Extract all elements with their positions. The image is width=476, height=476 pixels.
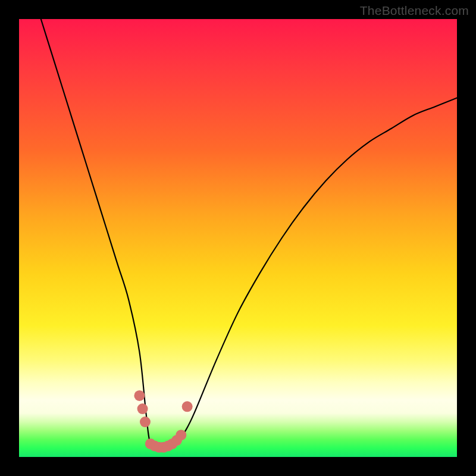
bottleneck-curve <box>41 19 457 449</box>
highlight-dot <box>140 416 151 427</box>
highlight-dot <box>176 430 186 440</box>
highlight-dot <box>182 401 193 412</box>
highlight-dots <box>134 390 192 453</box>
highlight-dot <box>134 390 145 401</box>
watermark-text: TheBottleneck.com <box>360 4 469 18</box>
chart-frame: TheBottleneck.com <box>0 0 476 476</box>
highlight-dot <box>137 403 148 414</box>
curve-layer <box>19 19 457 457</box>
plot-area <box>19 19 457 457</box>
